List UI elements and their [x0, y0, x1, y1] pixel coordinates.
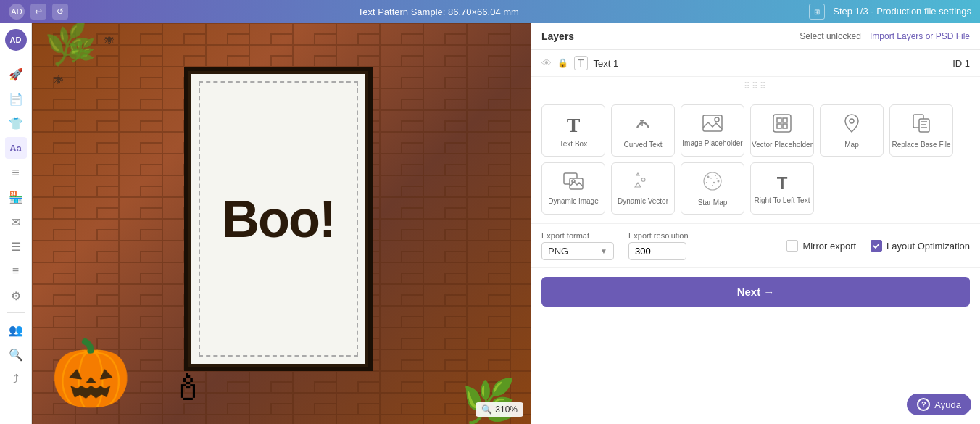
left-sidebar: AD 🚀 📄 👕 Aa ≡ 🏪 ✉ ☰ ≡ ⚙ 👥 🔍 ⤴: [0, 23, 32, 424]
tool-grid: T Text Box T Curved Text: [531, 96, 980, 224]
tool-image-placeholder[interactable]: Image Placeholder: [681, 104, 744, 157]
mirror-export-label: Mirror export: [802, 241, 856, 252]
sidebar-divider-2: [7, 312, 25, 313]
drag-handle: ⠿⠿⠿: [531, 77, 980, 96]
curved-text-label: Curved Text: [623, 141, 662, 149]
layers-header: Layers Select unlocked Import Layers or …: [531, 23, 980, 50]
dynamic-vector-icon: [633, 172, 653, 194]
tool-dynamic-vector[interactable]: Dynamic Vector: [611, 162, 675, 215]
image-placeholder-icon: [702, 115, 723, 136]
svg-rect-6: [773, 115, 791, 132]
mirror-export-checkbox[interactable]: [786, 240, 798, 252]
dynamic-image-label: Dynamic Image: [548, 197, 598, 205]
svg-point-30: [713, 181, 715, 183]
undo-button[interactable]: ↩: [30, 4, 46, 20]
sidebar-icon-list1[interactable]: ☰: [5, 236, 27, 257]
file-title: Text Pattern Sample: 86.70×66.04 mm: [358, 7, 519, 17]
svg-marker-20: [636, 173, 639, 175]
poster-inner: Boo!: [191, 74, 365, 364]
export-format-label: Export format: [541, 231, 614, 240]
svg-point-5: [715, 117, 719, 122]
tool-replace-base-file[interactable]: Replace Base File: [889, 104, 953, 157]
layout-optimization-label: Layout Optimization: [886, 241, 970, 252]
dynamic-vector-label: Dynamic Vector: [618, 197, 668, 205]
map-label: Map: [844, 141, 858, 149]
help-icon: ?: [917, 398, 930, 411]
svg-rect-4: [703, 115, 722, 131]
help-label: Ayuda: [934, 399, 961, 410]
next-button[interactable]: Next →: [541, 277, 970, 307]
visibility-icon[interactable]: 👁: [541, 57, 552, 69]
layer-name: Text 1: [594, 58, 619, 69]
top-bar: AD ↩ ↺ Text Pattern Sample: 86.70×66.04 …: [0, 0, 980, 23]
zoom-indicator: 🔍 310%: [476, 402, 523, 417]
layers-actions: Select unlocked Import Layers or PSD Fil…: [800, 31, 970, 41]
sidebar-icon-people[interactable]: 👥: [5, 319, 27, 341]
layer-row-left: 👁 🔒 T Text 1: [541, 56, 618, 70]
svg-point-23: [707, 175, 710, 178]
sidebar-icon-mail[interactable]: ✉: [5, 211, 27, 233]
svg-point-27: [706, 182, 707, 183]
tool-star-map[interactable]: Star Map: [681, 162, 744, 215]
select-unlocked-btn[interactable]: Select unlocked: [800, 31, 861, 41]
tool-right-to-left[interactable]: T Right To Left Text: [750, 162, 814, 215]
layer-row[interactable]: 👁 🔒 T Text 1 ID 1: [531, 50, 980, 77]
sidebar-icon-file[interactable]: 📄: [5, 88, 27, 109]
import-layers-button[interactable]: Import Layers or PSD File: [870, 31, 970, 41]
redo-button[interactable]: ↺: [52, 4, 68, 20]
sidebar-icon-search[interactable]: 🔍: [5, 344, 27, 365]
sidebar-icon-rocket[interactable]: 🚀: [5, 63, 27, 85]
svg-point-25: [718, 180, 720, 182]
vector-placeholder-icon: [772, 113, 792, 138]
dashed-border: [199, 81, 358, 357]
replace-base-file-label: Replace Base File: [892, 141, 950, 149]
export-options-right: Mirror export Layout Optimization: [786, 240, 970, 252]
user-avatar: AD: [5, 29, 27, 51]
layout-optimization-wrap: Layout Optimization: [871, 240, 970, 252]
top-bar-left: AD ↩ ↺: [9, 4, 68, 20]
svg-rect-13: [919, 119, 929, 132]
svg-rect-7: [777, 118, 781, 122]
tool-text-box[interactable]: T Text Box: [541, 104, 605, 157]
layers-title: Layers: [541, 30, 574, 42]
main-content: AD 🚀 📄 👕 Aa ≡ 🏪 ✉ ☰ ≡ ⚙ 👥 🔍 ⤴: [0, 23, 980, 424]
tool-dynamic-image[interactable]: Dynamic Image: [541, 162, 605, 215]
candle-decoration: 🕯: [170, 370, 206, 406]
lock-icon[interactable]: 🔒: [557, 58, 568, 68]
tool-map[interactable]: Map: [820, 104, 884, 157]
svg-point-29: [716, 178, 718, 179]
sidebar-icon-store[interactable]: 🏪: [5, 186, 27, 208]
sidebar-divider-1: [7, 57, 25, 57]
svg-point-11: [850, 119, 854, 123]
right-to-left-icon: T: [777, 173, 788, 194]
pumpkin-decoration: 🎃: [50, 341, 131, 406]
tool-curved-text[interactable]: T Curved Text: [611, 104, 675, 157]
layout-optimization-checkbox[interactable]: [871, 240, 882, 252]
sidebar-icon-text[interactable]: Aa: [5, 137, 27, 159]
tool-vector-placeholder[interactable]: Vector Placeholder: [750, 104, 814, 157]
layout-icon: ⊞: [809, 4, 825, 20]
sidebar-icon-layers[interactable]: ≡: [5, 162, 27, 183]
dynamic-image-icon: [563, 172, 584, 194]
map-icon: [843, 113, 860, 138]
export-resolution-field: Export resolution: [628, 231, 689, 260]
sidebar-icon-settings[interactable]: ⚙: [5, 285, 27, 307]
image-placeholder-label: Image Placeholder: [682, 139, 742, 147]
right-panel: Layers Select unlocked Import Layers or …: [531, 23, 980, 424]
export-resolution-input[interactable]: [628, 242, 686, 260]
zoom-icon: 🔍: [481, 404, 492, 415]
export-resolution-label: Export resolution: [628, 231, 689, 240]
sidebar-icon-list2[interactable]: ≡: [5, 260, 27, 282]
sidebar-icon-tshirt[interactable]: 👕: [5, 112, 27, 134]
halloween-scene: 🌿 🕷 🕷 🕷 Boo! 🎃 🕯 🌿: [32, 23, 531, 424]
svg-point-26: [712, 185, 713, 186]
sidebar-icon-share[interactable]: ⤴: [5, 368, 27, 390]
help-button[interactable]: ? Ayuda: [907, 394, 971, 415]
svg-rect-8: [783, 118, 787, 122]
svg-marker-21: [635, 183, 641, 187]
star-map-icon: [702, 171, 723, 196]
text-box-icon: T: [567, 114, 581, 137]
export-format-field: Export format PNG ▼: [541, 231, 614, 260]
right-to-left-label: Right To Left Text: [755, 196, 810, 204]
export-format-select[interactable]: PNG ▼: [541, 242, 614, 260]
